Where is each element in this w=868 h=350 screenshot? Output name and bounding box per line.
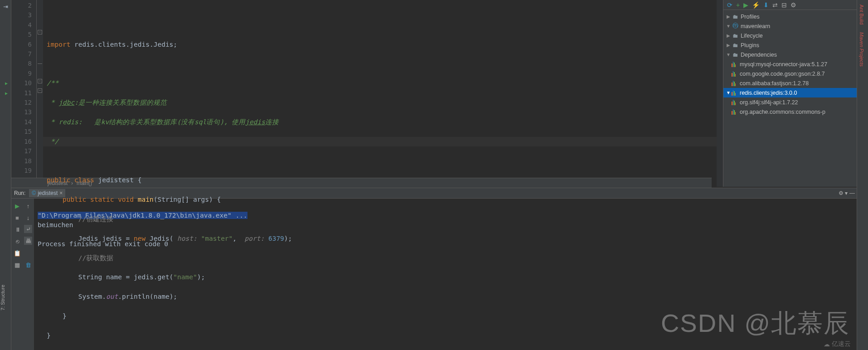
run-toolbar: ▶ ↑ ■ ↓ ⏸ ⤶ ⎋ 🖶 📋 ▦ 🗑 (11, 199, 34, 350)
maven-toolbar: ⟳ + ▶ ⚡ ⬇ ⇄ ⊟ ⚙ (723, 0, 868, 10)
wrap-icon[interactable]: ⤶ (24, 225, 32, 233)
hide-icon[interactable]: — (849, 190, 855, 196)
code-line: public class jedistest { (47, 175, 717, 185)
collapse-icon[interactable]: ⇥ (1, 2, 10, 11)
exec-icon[interactable]: ⚡ (752, 1, 760, 9)
structure-tool-window-button[interactable]: 7: Structure (0, 285, 5, 311)
tree-node-lifecycle[interactable]: ▶🖿Lifecycle (723, 31, 868, 40)
tree-node-root[interactable]: ▼ⓜmavenlearn (723, 21, 868, 31)
right-toolbar: Ant Build Maven Projects (857, 0, 868, 350)
code-line: public static void main(String[] args) { (47, 195, 717, 204)
code-line: */ (47, 137, 717, 146)
fold-marker[interactable]: − (38, 88, 42, 93)
run-label: Run: (14, 190, 25, 196)
exit-icon[interactable]: ⎋ (13, 237, 22, 246)
code-line: } (47, 331, 717, 340)
fold-marker[interactable]: − (38, 79, 42, 83)
dump-icon[interactable]: 📋 (13, 248, 22, 258)
rerun-icon[interactable]: ▶ (13, 201, 22, 210)
code-line (47, 20, 717, 30)
tree-node-dep[interactable]: com.alibaba:fastjson:1.2.78 (723, 78, 868, 88)
code-line: //获取数据 (47, 253, 717, 263)
run-gutter-icon[interactable]: ▶ (5, 78, 8, 88)
error-stripe[interactable] (717, 0, 723, 187)
code-line: //创建连接 (47, 214, 717, 224)
fold-marker[interactable]: − (38, 30, 42, 34)
fold-end (38, 59, 42, 64)
code-line: * redis: 是kv结构的非关系型数据库(没有sql语句), 使用jedis… (47, 117, 717, 127)
add-icon[interactable]: + (736, 1, 740, 9)
maven-tree: ▶🖿Profiles ▼ⓜmavenlearn ▶🖿Lifecycle ▶🖿Pl… (723, 10, 868, 117)
maven-projects-button[interactable]: Maven Projects (859, 32, 864, 67)
refresh-icon[interactable]: ⟳ (727, 1, 732, 9)
run-gutter-icon[interactable]: ▶ (5, 88, 8, 98)
settings-icon[interactable]: ⚙ (790, 1, 796, 9)
java-class-icon: © (32, 190, 36, 196)
pause-icon[interactable]: ⏸ (13, 225, 22, 234)
code-editor[interactable]: import redis.clients.jedis.Jedis; /** * … (43, 0, 717, 187)
line-number-gutter: 2 3 4 5 6 7 8 9 ▶10 ▶11 12 13 14 15 16 1… (11, 0, 37, 187)
code-line: Jedis jedis = new Jedis( host: "master",… (47, 234, 717, 243)
tree-node-dep-selected[interactable]: ▼redis.clients:jedis:3.0.0 (723, 88, 868, 97)
code-line (47, 156, 717, 166)
fold-gutter: − − − (37, 0, 43, 187)
editor-area: 2 3 4 5 6 7 8 9 ▶10 ▶11 12 13 14 15 16 1… (11, 0, 868, 187)
code-line: } (47, 311, 717, 321)
toggle-icon[interactable]: ⇄ (772, 1, 778, 9)
tree-node-dependencies[interactable]: ▼🖿Dependencies (723, 50, 868, 59)
trash-icon[interactable]: 🗑 (24, 260, 33, 269)
tree-node-dep[interactable]: org.slf4j:slf4j-api:1.7.22 (723, 97, 868, 107)
collapse-all-icon[interactable]: ⊟ (781, 1, 787, 9)
gear-icon[interactable]: ⚙ ▾ (839, 190, 848, 196)
tree-node-dep[interactable]: com.google.code.gson:gson:2.8.7 (723, 69, 868, 78)
up-icon[interactable]: ↑ (24, 201, 33, 210)
tree-node-dep[interactable]: org.apache.commons:commons-p (723, 107, 868, 117)
tree-node-plugins[interactable]: ▶🖿Plugins (723, 40, 868, 50)
layout-icon[interactable]: ▦ (13, 260, 22, 269)
stop-icon[interactable]: ■ (13, 213, 22, 222)
code-line: System.out.println(name); (47, 292, 717, 301)
down-icon[interactable]: ↓ (24, 213, 33, 222)
run-icon[interactable]: ▶ (743, 1, 748, 9)
left-toolbar: ⇥ 7: Structure (0, 0, 11, 350)
code-line: * jdbc:是一种连接关系型数据的规范 (47, 98, 717, 107)
code-line: /** (47, 78, 717, 88)
scroll-icon[interactable] (24, 248, 33, 258)
code-line: String name = jedis.get("name"); (47, 272, 717, 282)
ant-build-button[interactable]: Ant Build (859, 5, 864, 24)
tree-node-dep[interactable]: mysql:mysql-connector-java:5.1.27 (723, 59, 868, 69)
download-icon[interactable]: ⬇ (763, 1, 769, 9)
run-tool-window: Run: © jedistest × ⚙ ▾ — ▶ ↑ ■ ↓ ⏸ ⤶ ⎋ � (11, 188, 857, 350)
print-icon[interactable]: 🖶 (24, 237, 32, 245)
code-line (47, 59, 717, 68)
tree-node-profiles[interactable]: ▶🖿Profiles (723, 12, 868, 21)
maven-panel: ⟳ + ▶ ⚡ ⬇ ⇄ ⊟ ⚙ ▶🖿Profiles ▼ⓜmavenlearn … (723, 0, 868, 187)
console-blank (38, 231, 42, 238)
code-line: import redis.clients.jedis.Jedis; (47, 40, 717, 49)
